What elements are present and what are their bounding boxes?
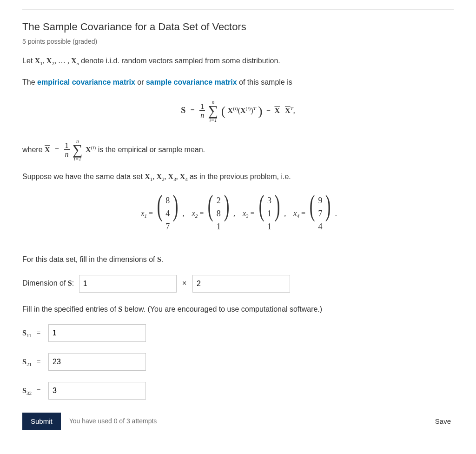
s21-row: S21 = — [22, 353, 454, 371]
intro-suffix: denote i.i.d. random vectors sampled fro… — [81, 57, 280, 65]
s21-input[interactable] — [48, 353, 146, 371]
s11-input[interactable] — [48, 324, 146, 342]
s32-label: S32 = — [22, 387, 46, 394]
dimension-label: Dimension of S: — [22, 279, 76, 287]
term-empirical-cov: empirical covariance matrix — [37, 78, 135, 86]
equation-s-definition: S = 1n n ∑ i=1 ( X(i)(X(i))T ) − X XT, — [22, 100, 454, 123]
paragraph-dataset: Suppose we have the same data set X1, X2… — [22, 171, 454, 184]
submit-button[interactable]: Submit — [22, 413, 61, 430]
x-sequence: X1, X2, … , Xn — [35, 57, 81, 65]
s21-label: S21 = — [22, 358, 46, 366]
paragraph-intro: Let X1, X2, … , Xn denote i.i.d. random … — [22, 55, 454, 68]
s11-row: S11 = — [22, 324, 454, 342]
vector-definitions: x1= ( 8 4 7 ) , x2= ( 2 8 1 ) , x3= ( 3 … — [22, 193, 454, 235]
save-button[interactable]: Save — [432, 417, 454, 426]
s11-label: S11 = — [22, 329, 46, 337]
grading-info: 5 points possible (graded) — [22, 37, 454, 47]
question-entries: Fill in the specified entries of S below… — [22, 304, 454, 315]
dimension-times-symbol: × — [182, 278, 186, 289]
paragraph-where: where X = 1n n ∑ i=1 X(i) is the empiric… — [22, 139, 454, 162]
dimension-cols-input[interactable] — [192, 275, 290, 293]
term-sample-cov: sample covariance matrix — [146, 78, 237, 86]
problem-title: The Sample Covariance for a Data Set of … — [22, 19, 454, 35]
x-list: X1, X2, X3, X4 — [145, 173, 190, 180]
s32-row: S32 = — [22, 382, 454, 400]
question-dimensions: For this data set, fill in the dimension… — [22, 254, 454, 266]
top-divider — [22, 9, 454, 10]
paragraph-definition: The empirical covariance matrix or sampl… — [22, 77, 454, 88]
s32-input[interactable] — [48, 382, 146, 400]
dimension-input-row: Dimension of S: × — [22, 275, 454, 293]
submit-bar: Submit You have used 0 of 3 attempts Sav… — [22, 413, 454, 430]
dimension-rows-input[interactable] — [79, 275, 177, 293]
attempts-text: You have used 0 of 3 attempts — [69, 416, 432, 427]
intro-prefix: Let — [22, 57, 35, 65]
